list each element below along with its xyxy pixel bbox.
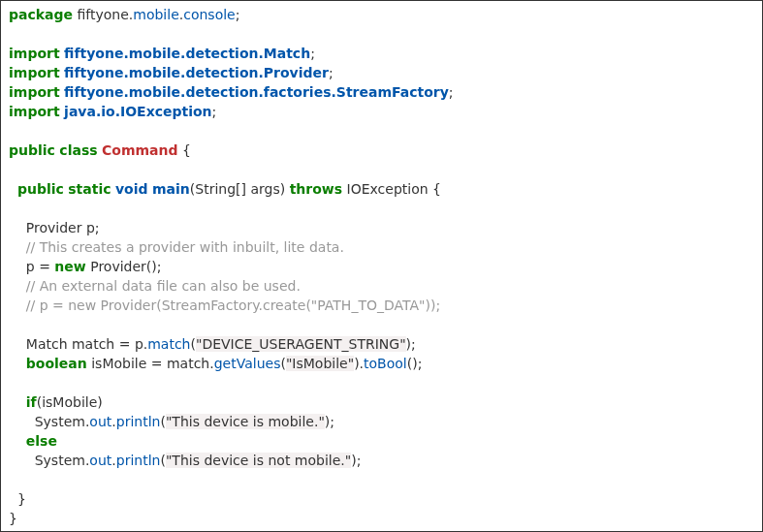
import-ioexception: java.io.IOException <box>64 104 211 119</box>
java-code-block: package fiftyone.mobile.console; import … <box>9 5 754 528</box>
keyword-package: package <box>9 7 73 22</box>
close-brace-outer: } <box>9 511 17 526</box>
import-streamfactory: fiftyone.mobile.detection.factories.Stre… <box>64 84 449 100</box>
keyword-static: static <box>68 181 111 197</box>
close-brace-inner: } <box>9 491 26 507</box>
keyword-public: public <box>17 181 64 197</box>
import-match: fiftyone.mobile.detection.Match <box>64 46 310 61</box>
ident-mobile: mobile <box>133 7 178 22</box>
keyword-void: void <box>115 181 148 197</box>
keyword-class: class <box>59 142 97 158</box>
method-getvalues: getValues <box>214 356 281 371</box>
import-provider: fiftyone.mobile.detection.Provider <box>64 65 329 80</box>
keyword-if: if <box>26 394 37 410</box>
ident-console: console <box>183 7 236 22</box>
comment-line: // An external data file can also be use… <box>9 278 301 294</box>
method-println: println <box>116 414 161 429</box>
provider-declaration: Provider p; <box>9 220 100 235</box>
comment-line: // p = new Provider(StreamFactory.create… <box>9 297 440 313</box>
method-println: println <box>116 453 161 468</box>
keyword-boolean: boolean <box>26 356 87 371</box>
string-is-mobile-msg: "This device is mobile." <box>166 414 325 429</box>
ident-out: out <box>89 414 111 429</box>
ident-out: out <box>89 453 111 468</box>
classname-command: Command <box>102 142 178 158</box>
keyword-public: public <box>9 142 55 158</box>
keyword-import: import <box>9 46 60 61</box>
string-useragent: "DEVICE_USERAGENT_STRING" <box>196 336 406 352</box>
method-match: match <box>147 336 190 352</box>
method-main: main <box>152 181 190 197</box>
keyword-import: import <box>9 104 60 119</box>
comment-line: // This creates a provider with inbuilt,… <box>9 239 344 255</box>
method-tobool: toBool <box>364 356 407 371</box>
string-not-mobile-msg: "This device is not mobile." <box>166 453 351 468</box>
keyword-import: import <box>9 84 60 100</box>
string-ismobile: "IsMobile" <box>286 356 354 371</box>
keyword-new: new <box>54 259 85 274</box>
keyword-import: import <box>9 65 60 80</box>
keyword-throws: throws <box>290 181 342 197</box>
keyword-else: else <box>26 433 57 449</box>
